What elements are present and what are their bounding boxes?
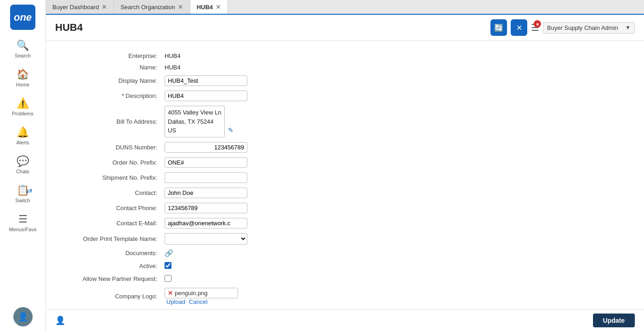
close-button[interactable]: ✕	[511, 19, 527, 36]
shipment-prefix-input[interactable]	[165, 172, 247, 183]
tab-label-buyer-dashboard: Buyer Dashboard	[52, 4, 99, 11]
sidebar-label-switch: Switch	[15, 198, 30, 203]
user-avatar[interactable]: 👤	[13, 307, 33, 326]
upload-link[interactable]: Upload	[166, 298, 185, 305]
logo-input-wrap: ✕ penguin.png	[165, 288, 238, 298]
sidebar-label-search: Search	[15, 53, 31, 58]
chevron-down-icon: ▼	[625, 24, 631, 31]
enterprise-label: Enterprise:	[60, 50, 161, 62]
duns-cell	[161, 140, 630, 155]
contact-phone-label: Contact Phone:	[60, 200, 161, 216]
form-table: Enterprise: HUB4 Name: HUB4 Display Name…	[60, 50, 630, 309]
form-row-display-name: Display Name:	[60, 73, 630, 88]
form-row-bill-to: Bill To Address: 4055 Valley View Ln Dal…	[60, 103, 630, 140]
form-row-order-prefix: Order No. Prefix:	[60, 155, 630, 170]
role-text: Buyer Supply Chain Admin	[547, 24, 623, 31]
order-print-cell	[161, 231, 630, 247]
sidebar: one 🔍 Search 🏠 Home ⚠️ Problems 🔔 Alerts…	[0, 0, 46, 331]
form-row-shipment-prefix: Shipment No. Prefix:	[60, 170, 630, 185]
name-value: HUB4	[161, 62, 630, 73]
sidebar-item-menus[interactable]: ☰ Menus/Favs	[2, 211, 44, 235]
home-icon: 🏠	[17, 68, 29, 80]
order-print-select[interactable]	[165, 233, 247, 245]
contact-cell	[161, 185, 630, 200]
description-input[interactable]	[165, 91, 247, 101]
sidebar-label-menus: Menus/Favs	[9, 227, 37, 232]
form-row-duns: DUNS Number:	[60, 140, 630, 155]
chats-icon: 💬	[17, 155, 29, 167]
refresh-button[interactable]: 🔄	[490, 19, 507, 36]
contact-email-label: Contact E-Mail:	[60, 216, 161, 231]
sidebar-label-chats: Chats	[16, 169, 29, 174]
company-logo-label: Company Logo:	[60, 285, 161, 308]
address-edit-icon[interactable]: ✎	[228, 126, 234, 134]
req-mgmt-label: Requisition Management Org:	[60, 308, 161, 310]
documents-link-icon[interactable]: 🔗	[165, 249, 173, 257]
role-selector[interactable]: Buyer Supply Chain Admin ▼	[543, 22, 635, 34]
tab-close-search-org[interactable]: ✕	[178, 3, 183, 11]
tab-close-hub4[interactable]: ✕	[216, 3, 221, 11]
display-name-input[interactable]	[165, 75, 247, 86]
problems-icon: ⚠️	[17, 97, 29, 109]
tab-buyer-dashboard[interactable]: Buyer Dashboard ✕	[46, 0, 114, 14]
name-label: Name:	[60, 62, 161, 73]
sidebar-item-switch[interactable]: 📋 ⇄ Switch	[2, 182, 44, 206]
header-actions: 🔄 ✕ ☰ ★ Buyer Supply Chain Admin ▼	[490, 19, 635, 36]
allow-partner-cell	[161, 273, 630, 285]
duns-input[interactable]	[165, 142, 247, 153]
contact-label: Contact:	[60, 185, 161, 200]
description-cell	[161, 88, 630, 103]
form-row-allow-partner: Allow New Partner Request:	[60, 273, 630, 285]
tab-label-search-org: Search Organization	[120, 4, 175, 11]
page-title: HUB4	[55, 22, 490, 34]
search-icon: 🔍	[17, 40, 29, 51]
logo-filename: penguin.png	[175, 290, 208, 297]
address-box: 4055 Valley View Ln Dallas, TX 75244 US	[165, 106, 225, 137]
contact-phone-input[interactable]	[165, 203, 247, 213]
sidebar-item-search[interactable]: 🔍 Search	[2, 37, 44, 61]
alerts-icon: 🔔	[17, 126, 29, 138]
contact-input[interactable]	[165, 188, 247, 198]
app-logo[interactable]: one	[10, 5, 35, 30]
contact-email-input[interactable]	[165, 218, 247, 228]
shipment-prefix-label: Shipment No. Prefix:	[60, 170, 161, 185]
tab-close-buyer-dashboard[interactable]: ✕	[102, 3, 107, 11]
footer-user-icon[interactable]: 👤	[55, 315, 65, 325]
form-row-active: Active:	[60, 260, 630, 273]
sidebar-item-alerts[interactable]: 🔔 Alerts	[2, 124, 44, 148]
cancel-link[interactable]: Cancel	[189, 298, 207, 305]
order-print-label: Order Print Template Name:	[60, 231, 161, 247]
documents-cell: 🔗	[161, 247, 630, 260]
star-badge: ★	[534, 20, 541, 28]
duns-label: DUNS Number:	[60, 140, 161, 155]
active-label: Active:	[60, 260, 161, 273]
form-row-enterprise: Enterprise: HUB4	[60, 50, 630, 62]
logo-remove-icon[interactable]: ✕	[168, 290, 173, 297]
bill-to-label: Bill To Address:	[60, 103, 161, 140]
update-button[interactable]: Update	[593, 314, 635, 327]
active-checkbox[interactable]	[165, 262, 171, 269]
footer-bar: 👤 Update	[46, 309, 644, 331]
tab-hub4[interactable]: HUB4 ✕	[190, 0, 228, 14]
form-row-name: Name: HUB4	[60, 62, 630, 73]
address-line1: 4055 Valley View Ln	[168, 109, 222, 116]
sidebar-item-problems[interactable]: ⚠️ Problems	[2, 95, 44, 119]
form-row-description: * Description:	[60, 88, 630, 103]
order-prefix-input[interactable]	[165, 157, 247, 168]
req-mgmt-cell: HUB4 ✕	[161, 308, 630, 310]
enterprise-value: HUB4	[161, 50, 630, 62]
main-content: Buyer Dashboard ✕ Search Organization ✕ …	[46, 0, 644, 331]
allow-partner-checkbox[interactable]	[165, 275, 171, 282]
allow-partner-label: Allow New Partner Request:	[60, 273, 161, 285]
sidebar-label-problems: Problems	[12, 111, 33, 116]
address-line3: US	[168, 127, 176, 134]
tab-search-org[interactable]: Search Organization ✕	[114, 0, 190, 14]
order-prefix-cell	[161, 155, 630, 170]
sidebar-item-home[interactable]: 🏠 Home	[2, 66, 44, 90]
address-line2: Dallas, TX 75244	[168, 118, 214, 125]
menu-button-wrap: ☰ ★	[531, 22, 539, 33]
order-prefix-label: Order No. Prefix:	[60, 155, 161, 170]
sidebar-item-chats[interactable]: 💬 Chats	[2, 153, 44, 177]
form-row-order-print: Order Print Template Name:	[60, 231, 630, 247]
switch-arrows-icon: ⇄	[26, 186, 32, 195]
